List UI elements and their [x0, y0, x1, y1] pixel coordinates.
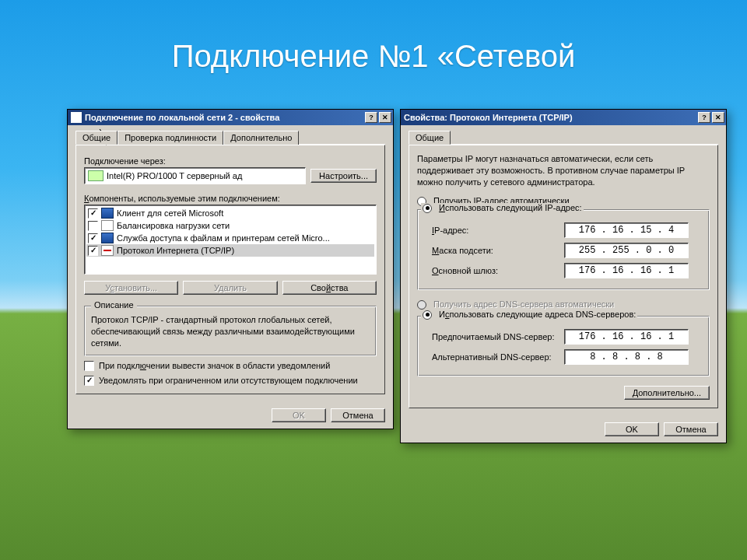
gateway-input[interactable]: 176 . 16 . 16 . 1 [564, 263, 689, 278]
adapter-field: Intel(R) PRO/1000 T серверный ад [84, 167, 306, 184]
tabpanel-general: Подключение через: Intel(R) PRO/1000 T с… [75, 145, 385, 394]
close-button[interactable]: ✕ [712, 112, 724, 123]
component-label: Служба доступа к файлам и принтерам сете… [117, 233, 330, 243]
checkbox[interactable] [88, 221, 98, 231]
gw-label: Основной шлюз: [432, 266, 564, 275]
radio-auto-dns [417, 300, 426, 310]
properties-button[interactable]: Свойства [282, 281, 377, 295]
checkbox[interactable] [88, 208, 98, 219]
titlebar-right[interactable]: Свойства: Протокол Интернета (TCP/IP) ? … [401, 110, 726, 125]
component-label: Протокол Интернета (TCP/IP) [117, 246, 234, 255]
tabs-left: Общие Проверка подлинности Дополнительно [75, 130, 385, 145]
window-title: Подключение по локальной сети 2 - свойст… [85, 113, 279, 122]
checkbox[interactable] [88, 233, 98, 243]
radio-manual-dns[interactable] [423, 310, 432, 320]
tray-label: При подключении вывести значок в области… [99, 361, 330, 370]
manual-dns-group: Использовать следующие адреса DNS-сервер… [417, 316, 710, 376]
radio-auto-dns-line: Получить адрес DNS-сервера автоматически [417, 299, 710, 310]
tab-general-right[interactable]: Общие [409, 131, 451, 145]
notify-checkbox[interactable] [84, 376, 94, 386]
list-item[interactable]: Балансировка нагрузки сети [86, 219, 374, 232]
tabpanel-right: Параметры IP могут назначаться автоматич… [409, 145, 718, 408]
ip-input[interactable]: 176 . 16 . 15 . 4 [564, 222, 689, 238]
dns2-label: Альтернативный DNS-сервер: [432, 352, 564, 362]
mask-label: Маска подсети: [432, 246, 564, 255]
cancel-button[interactable]: Отмена [664, 422, 718, 436]
notify-label: Уведомлять при ограниченном или отсутств… [99, 376, 358, 385]
window-icon [71, 112, 82, 123]
radio-manual-dns-label: Использовать следующие адреса DNS-сервер… [439, 310, 636, 319]
tab-auth[interactable]: Проверка подлинности [117, 131, 223, 145]
tcpip-properties-dialog: Свойства: Протокол Интернета (TCP/IP) ? … [400, 109, 727, 443]
advanced-button[interactable]: Дополнительно... [624, 386, 710, 400]
list-item[interactable]: Служба доступа к файлам и принтерам сете… [86, 232, 374, 244]
description-group: Описание Протокол TCP/IP - стандартный п… [84, 306, 377, 356]
list-item[interactable]: Протокол Интернета (TCP/IP) [86, 244, 374, 257]
description-text: Протокол TCP/IP - стандартный протокол г… [91, 314, 370, 349]
tcpip-icon [101, 245, 114, 256]
slide-title: Подключение №1 «Сетевой [0, 39, 747, 74]
mask-input[interactable]: 255 . 255 . 0 . 0 [564, 243, 689, 258]
components-label: ККомпоненты, используемые этим подключен… [84, 194, 377, 203]
client-icon [101, 208, 114, 219]
adapter-icon [88, 170, 103, 181]
radio-manual-dns-line[interactable]: Использовать следующие адреса DNS-сервер… [421, 310, 637, 320]
install-button[interactable]: Установить... [84, 281, 178, 295]
list-item[interactable]: Клиент для сетей Microsoft [86, 207, 374, 219]
radio-auto-dns-label: Получить адрес DNS-сервера автоматически [433, 299, 614, 309]
description-legend: Описание [91, 300, 137, 310]
dns1-label: Предпочитаемый DNS-сервер: [432, 332, 564, 341]
titlebar-left[interactable]: Подключение по локальной сети 2 - свойст… [68, 110, 393, 125]
dns1-input[interactable]: 176 . 16 . 16 . 1 [564, 329, 689, 345]
components-list[interactable]: Клиент для сетей Microsoft Балансировка … [84, 205, 377, 275]
connect-via-label: Подключение через: [84, 156, 377, 166]
tab-general[interactable]: Общие [75, 131, 117, 145]
help-button[interactable]: ? [698, 112, 710, 123]
lan-properties-dialog: Подключение по локальной сети 2 - свойст… [67, 109, 394, 429]
share-icon [101, 233, 114, 243]
close-button[interactable]: ✕ [379, 112, 391, 123]
tray-checkbox[interactable] [84, 361, 94, 371]
help-button[interactable]: ? [365, 112, 377, 123]
info-text: Параметры IP могут назначаться автоматич… [417, 153, 710, 188]
cancel-button[interactable]: Отмена [331, 408, 385, 422]
balance-icon [101, 220, 114, 231]
component-label: Балансировка нагрузки сети [117, 221, 230, 230]
dns2-input[interactable]: 8 . 8 . 8 . 8 [564, 349, 689, 365]
ok-button[interactable]: OK [272, 408, 326, 422]
ip-label: IP-адрес: [432, 226, 564, 235]
manual-ip-group: Использовать следующий IP-адрес: IP-адре… [417, 209, 710, 290]
checkbox[interactable] [88, 246, 98, 256]
tabs-right: Общие [409, 130, 718, 145]
adapter-name: Intel(R) PRO/1000 T серверный ад [107, 171, 242, 180]
radio-manual-ip-label: Использовать следующий IP-адрес: [439, 203, 582, 212]
ok-button[interactable]: OK [605, 422, 659, 436]
component-label: Клиент для сетей Microsoft [117, 208, 223, 218]
radio-manual-ip[interactable] [423, 204, 432, 213]
configure-button[interactable]: Настроить... [310, 169, 377, 183]
radio-manual-ip-line[interactable]: Использовать следующий IP-адрес: [421, 203, 584, 213]
window-title: Свойства: Протокол Интернета (TCP/IP) [404, 113, 573, 122]
tab-advanced[interactable]: Дополнительно [223, 131, 299, 145]
remove-button[interactable]: Удалить [183, 281, 277, 295]
